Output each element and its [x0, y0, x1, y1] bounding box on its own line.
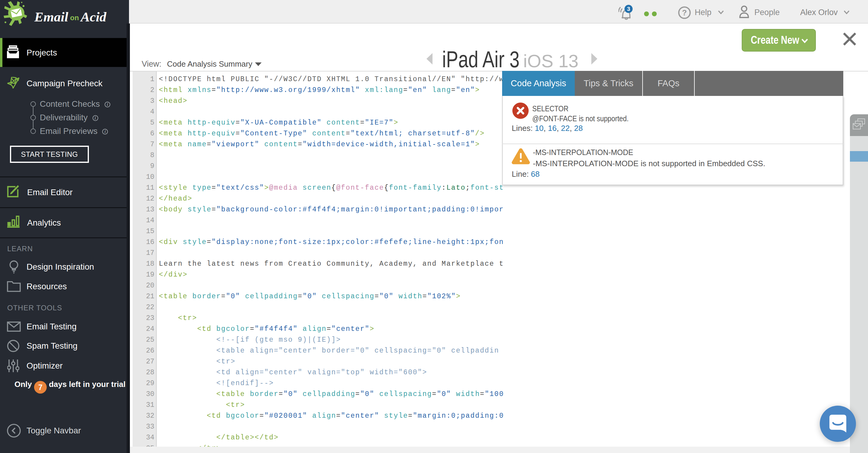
svg-text:?: ?: [682, 8, 687, 17]
